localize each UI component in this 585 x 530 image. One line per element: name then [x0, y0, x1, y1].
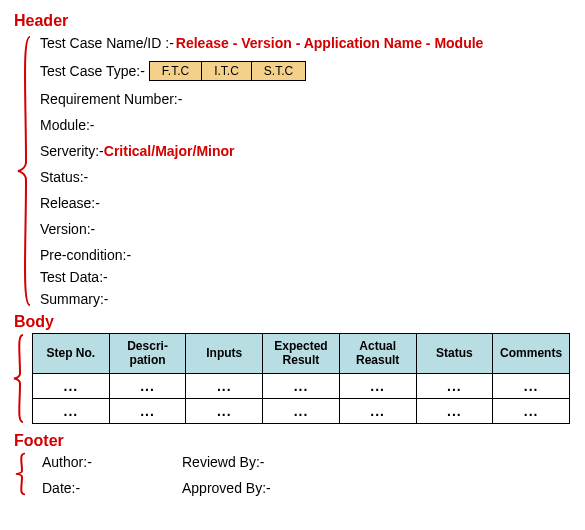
col-inputs: Inputs	[186, 334, 263, 374]
body-section-title: Body	[14, 313, 570, 331]
name-id-label: Test Case Name/ID :-	[40, 35, 174, 51]
cell: ...	[493, 399, 570, 424]
cell: ...	[339, 399, 416, 424]
type-label: Test Case Type:-	[40, 63, 145, 79]
field-status: Status:-	[40, 169, 570, 185]
version-label: Version:-	[40, 221, 95, 237]
header-section-title: Header	[14, 12, 570, 30]
field-type: Test Case Type:- F.T.C I.T.C S.T.C	[40, 61, 570, 81]
steps-header-row: Step No. Descri-pation Inputs ExpectedRe…	[33, 334, 570, 374]
field-version: Version:-	[40, 221, 570, 237]
cell: ...	[263, 374, 340, 399]
footer-section-title: Footer	[14, 432, 570, 450]
footer-brace	[14, 452, 28, 496]
cell: ...	[186, 399, 263, 424]
reviewed-label: Reviewd By:-	[182, 454, 382, 470]
cell: ...	[109, 374, 186, 399]
col-step-no: Step No.	[33, 334, 110, 374]
date-label: Date:-	[42, 480, 182, 496]
cell: ...	[416, 374, 493, 399]
precondition-label: Pre-condition:-	[40, 247, 131, 263]
summary-label: Summary:-	[40, 291, 108, 307]
field-summary: Summary:-	[40, 291, 570, 307]
header-section: Test Case Name/ID :- Release - Version -…	[10, 35, 570, 307]
type-options: F.T.C I.T.C S.T.C	[149, 61, 306, 81]
table-row: ... ... ... ... ... ... ...	[33, 399, 570, 424]
testdata-label: Test Data:-	[40, 269, 108, 285]
field-module: Module:-	[40, 117, 570, 133]
module-label: Module:-	[40, 117, 94, 133]
cell: ...	[33, 374, 110, 399]
col-status: Status	[416, 334, 493, 374]
severity-label: Serverity:-	[40, 143, 104, 159]
name-id-value: Release - Version - Application Name - M…	[176, 35, 484, 51]
field-severity: Serverity:- Critical/Major/Minor	[40, 143, 570, 159]
cell: ...	[186, 374, 263, 399]
author-label: Author:-	[42, 454, 182, 470]
col-expected: ExpectedResult	[263, 334, 340, 374]
cell: ...	[416, 399, 493, 424]
field-requirement: Requirement Number:-	[40, 91, 570, 107]
cell: ...	[109, 399, 186, 424]
field-release: Release:-	[40, 195, 570, 211]
cell: ...	[263, 399, 340, 424]
cell: ...	[33, 399, 110, 424]
requirement-label: Requirement Number:-	[40, 91, 182, 107]
release-label: Release:-	[40, 195, 100, 211]
status-label: Status:-	[40, 169, 88, 185]
type-option-itc: I.T.C	[202, 62, 252, 80]
field-precondition: Pre-condition:-	[40, 247, 570, 263]
field-name-id: Test Case Name/ID :- Release - Version -…	[40, 35, 570, 51]
cell: ...	[493, 374, 570, 399]
header-brace	[16, 35, 34, 307]
col-actual: ActualReasult	[339, 334, 416, 374]
type-option-stc: S.T.C	[252, 62, 305, 80]
body-brace	[12, 333, 26, 424]
table-row: ... ... ... ... ... ... ...	[33, 374, 570, 399]
severity-value: Critical/Major/Minor	[104, 143, 235, 159]
col-description: Descri-pation	[109, 334, 186, 374]
col-comments: Comments	[493, 334, 570, 374]
footer-section: Author:- Reviewd By:- Date:- Approved By…	[10, 452, 570, 496]
body-section: Step No. Descri-pation Inputs ExpectedRe…	[10, 333, 570, 424]
field-testdata: Test Data:-	[40, 269, 570, 285]
type-option-ftc: F.T.C	[150, 62, 202, 80]
approved-label: Approved By:-	[182, 480, 382, 496]
cell: ...	[339, 374, 416, 399]
steps-table: Step No. Descri-pation Inputs ExpectedRe…	[32, 333, 570, 424]
